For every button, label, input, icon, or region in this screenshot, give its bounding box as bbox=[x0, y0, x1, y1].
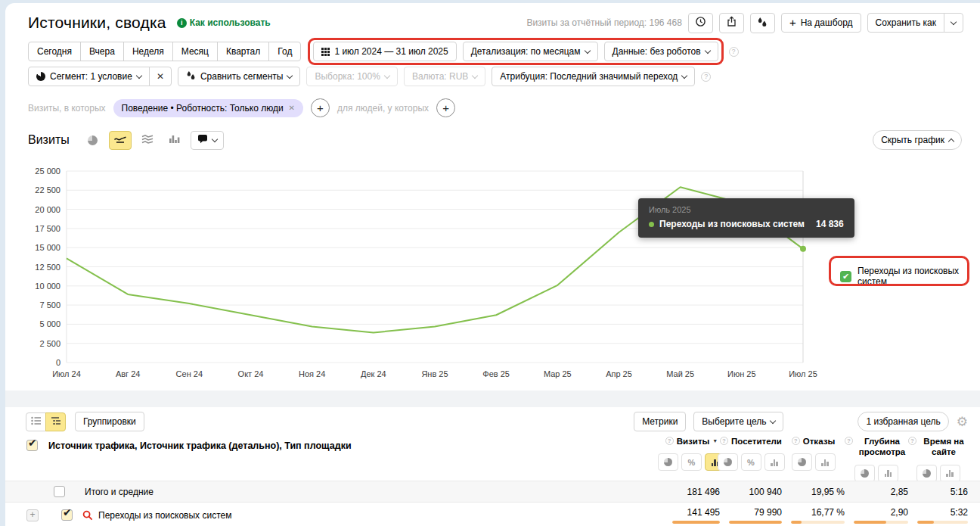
table-rows: Итого и средние181 496100 94019,95 %2,85… bbox=[5, 481, 980, 526]
expand-row-button[interactable]: + bbox=[26, 509, 39, 521]
metric-display-pie-button[interactable] bbox=[658, 453, 678, 471]
segment-dropdown[interactable]: Сегмент: 1 условие bbox=[28, 67, 150, 86]
detalization-dropdown[interactable]: Детализация: по месяцам bbox=[463, 42, 598, 61]
period-bar: СегодняВчераНеделяМесяцКварталГод 1 июл … bbox=[28, 38, 739, 65]
column-header[interactable]: ?Глубина просмотра bbox=[845, 436, 908, 458]
choose-goal-dropdown[interactable]: Выберите цель bbox=[693, 412, 783, 431]
chart-type-pie-button[interactable] bbox=[82, 131, 104, 150]
chart-type-stacked-button[interactable] bbox=[136, 131, 159, 150]
metric-cell: 5:32 bbox=[908, 507, 968, 524]
preset-button-4[interactable]: Квартал bbox=[217, 42, 269, 61]
svg-text:Сен 24: Сен 24 bbox=[176, 369, 203, 378]
metric-column-3: ?Глубина просмотра bbox=[845, 436, 908, 482]
visits-line-chart[interactable]: 02 5005 0007 50010 00012 50015 00017 500… bbox=[5, 163, 980, 381]
tree-view-button[interactable] bbox=[45, 412, 66, 431]
svg-text:17 500: 17 500 bbox=[35, 224, 60, 233]
svg-text:Мар 25: Мар 25 bbox=[544, 369, 572, 378]
chevron-down-icon bbox=[770, 417, 776, 423]
favorite-goal-badge[interactable]: 1 избранная цель bbox=[858, 412, 948, 431]
row-label[interactable]: Переходы из поисковых систем bbox=[98, 510, 231, 521]
export-button[interactable] bbox=[719, 13, 744, 33]
metric-display-pie-button[interactable] bbox=[854, 465, 875, 482]
preset-button-3[interactable]: Месяц bbox=[172, 42, 218, 61]
compare-segments-dropdown[interactable]: Сравнить сегменты bbox=[178, 67, 301, 86]
help-icon[interactable]: ? bbox=[729, 47, 739, 57]
groupings-button[interactable]: Группировки bbox=[75, 412, 144, 431]
metric-value: 19,95 % bbox=[811, 487, 845, 497]
metrics-button[interactable]: Метрики bbox=[634, 412, 686, 431]
help-icon[interactable]: ? bbox=[701, 72, 711, 82]
save-as-split-button: Сохранить как bbox=[867, 13, 963, 33]
preset-button-0[interactable]: Сегодня bbox=[28, 42, 81, 61]
sampling-dropdown[interactable]: Выборка: 100% bbox=[306, 67, 397, 86]
how-to-use-link[interactable]: i Как использовать bbox=[177, 17, 271, 28]
chevron-down-icon bbox=[384, 72, 390, 78]
column-header[interactable]: ?Посетители bbox=[720, 436, 782, 447]
column-header[interactable]: ?Визиты▼ bbox=[665, 436, 718, 447]
chart-header: Визиты Скрыть график bbox=[28, 130, 962, 150]
add-to-dashboard-button[interactable]: + На дашборд bbox=[781, 13, 861, 33]
section-divider bbox=[5, 391, 980, 407]
row-checkbox[interactable] bbox=[61, 509, 73, 521]
column-header[interactable]: ?Время на сайте bbox=[908, 436, 968, 458]
metric-display-pie-button[interactable] bbox=[916, 465, 937, 482]
select-all-checkbox[interactable] bbox=[26, 440, 38, 451]
currency-dropdown[interactable]: Валюта: RUB bbox=[404, 67, 485, 86]
gear-icon[interactable]: ⚙ bbox=[957, 414, 968, 430]
metric-column-4: ?Время на сайте bbox=[908, 436, 968, 482]
preset-button-2[interactable]: Неделя bbox=[123, 42, 173, 61]
filter-chip-robots[interactable]: Поведение • Роботность: Только люди ✕ bbox=[113, 99, 303, 117]
metric-value: 5:32 bbox=[951, 507, 968, 518]
add-visit-filter-button[interactable]: + bbox=[311, 98, 330, 117]
chevron-down-icon bbox=[136, 72, 142, 78]
annotations-dropdown[interactable] bbox=[191, 131, 224, 150]
row-checkbox[interactable] bbox=[54, 486, 65, 497]
metric-display-pie-button[interactable] bbox=[718, 453, 738, 471]
history-button[interactable] bbox=[688, 13, 713, 33]
attribution-dropdown[interactable]: Атрибуция: Последний значимый переход bbox=[492, 67, 695, 86]
metric-display-pie-button[interactable] bbox=[792, 453, 812, 471]
svg-text:15 000: 15 000 bbox=[35, 243, 60, 252]
date-range-button[interactable]: 1 июл 2024 — 31 июл 2025 bbox=[313, 42, 456, 61]
column-header[interactable]: ?Отказы bbox=[792, 436, 835, 447]
metric-display-bars-button[interactable] bbox=[940, 465, 960, 482]
info-icon: i bbox=[177, 18, 187, 28]
tree-view-icon bbox=[51, 416, 61, 428]
list-view-button[interactable] bbox=[26, 412, 46, 431]
help-icon: ? bbox=[792, 437, 800, 445]
export-icon bbox=[726, 16, 737, 30]
chevron-down-icon bbox=[584, 47, 590, 53]
chart-type-line-button[interactable] bbox=[109, 131, 132, 150]
remove-filter-icon[interactable]: ✕ bbox=[289, 104, 295, 112]
top-bar: Источники, сводка i Как использовать Виз… bbox=[28, 11, 963, 34]
data-mode-dropdown[interactable]: Данные: без роботов bbox=[604, 42, 718, 61]
segment-bar: Сегмент: 1 условие ✕ Сравнить сегменты В… bbox=[28, 67, 711, 86]
visits-filter-label: Визиты, в которых bbox=[28, 103, 106, 114]
value-bar bbox=[854, 521, 908, 524]
clear-segment-button[interactable]: ✕ bbox=[149, 67, 172, 86]
filter-bar: Визиты, в которых Поведение • Роботность… bbox=[28, 98, 455, 117]
line-chart-icon bbox=[113, 134, 127, 146]
preset-button-5[interactable]: Год bbox=[268, 42, 301, 61]
metric-value: 5:16 bbox=[951, 487, 968, 497]
metric-value: 141 495 bbox=[687, 507, 720, 518]
save-as-menu-button[interactable] bbox=[944, 13, 963, 33]
metric-display-percent-button[interactable]: % bbox=[741, 453, 761, 471]
preset-button-1[interactable]: Вчера bbox=[80, 42, 124, 61]
hide-chart-button[interactable]: Скрыть график bbox=[873, 130, 962, 150]
legend-checkbox[interactable] bbox=[840, 271, 851, 282]
compare-button[interactable] bbox=[750, 13, 775, 33]
value-bar bbox=[917, 521, 968, 524]
chevron-down-icon bbox=[211, 135, 217, 142]
people-filter-label: для людей, у которых bbox=[337, 103, 429, 114]
save-as-button[interactable]: Сохранить как bbox=[867, 13, 944, 33]
metric-display-percent-button[interactable]: % bbox=[681, 453, 702, 471]
metric-display-bars-button[interactable] bbox=[878, 465, 898, 482]
metric-display-bars-button[interactable] bbox=[815, 453, 836, 471]
chart-type-columns-button[interactable] bbox=[163, 131, 186, 150]
add-people-filter-button[interactable]: + bbox=[436, 98, 455, 117]
chevron-down-icon bbox=[704, 47, 710, 53]
metric-value: 16,77 % bbox=[811, 507, 845, 518]
svg-text:0: 0 bbox=[56, 358, 60, 367]
svg-text:Ноя 24: Ноя 24 bbox=[299, 369, 325, 378]
